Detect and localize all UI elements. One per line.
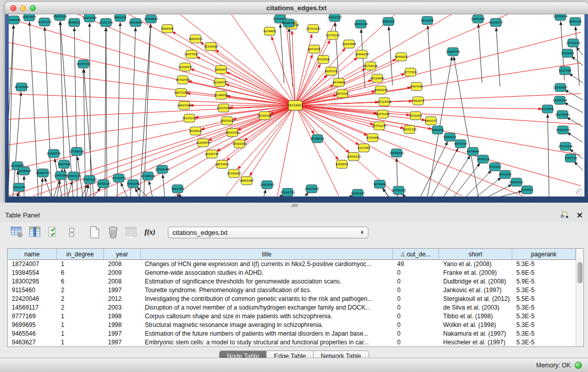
column-header-name[interactable]: name (8, 249, 57, 259)
table-cell-name[interactable]: 18300295 (8, 277, 57, 286)
network-node[interactable]: 9245656 (336, 160, 349, 168)
table-cell-in_degree[interactable]: 6 (57, 277, 104, 286)
table-cell-short[interactable]: de Silva et al. (2003) (439, 303, 512, 312)
table-cell-title[interactable]: Investigating the contribution of common… (141, 295, 393, 303)
function-builder-button[interactable]: f(x) (142, 225, 158, 239)
network-node[interactable]: 9474448 (333, 78, 345, 86)
table-cell-name[interactable]: 9115460 (8, 286, 57, 295)
network-node[interactable]: 6879197 (454, 140, 467, 148)
table-cell-name[interactable]: 19384554 (8, 269, 57, 277)
network-node[interactable]: 15976014 (553, 14, 568, 20)
table-cell-title[interactable]: Embryonic stem cells: a model to study s… (141, 338, 393, 347)
network-node[interactable]: 18049542 (389, 149, 404, 157)
network-node[interactable]: 7462676 (412, 97, 425, 105)
network-node[interactable]: 8958924 (395, 53, 408, 61)
table-select-dropdown[interactable]: citations_edges.txt ▲▼ (168, 227, 368, 238)
table-cell-year[interactable]: 2012 (104, 295, 141, 303)
network-node[interactable]: 16962507 (328, 14, 342, 21)
table-cell-title[interactable]: Corpus callosum shape and size in male p… (141, 312, 393, 321)
table-cell-in_degree[interactable]: 1 (57, 321, 104, 330)
network-node[interactable]: 17016504 (558, 142, 573, 150)
network-node[interactable]: 9806540 (161, 25, 174, 33)
network-node[interactable]: 10802651 (188, 35, 203, 43)
network-node[interactable]: 9861037 (425, 117, 438, 125)
table-cell-name[interactable]: 18724007 (8, 260, 57, 269)
table-cell-title[interactable]: Disruption of a novel member of a sodium… (141, 303, 393, 312)
network-node[interactable]: 9862906 (382, 17, 395, 26)
table-cell-pagerank[interactable]: 5.5E-5 (512, 295, 576, 303)
network-node[interactable]: 16291998 (225, 128, 239, 137)
import-table-button[interactable] (124, 225, 139, 239)
table-cell-year[interactable]: 2003 (104, 303, 141, 312)
network-node[interactable]: 16210648 (370, 74, 384, 82)
network-node[interactable]: 12506747 (205, 150, 219, 158)
table-cell-title[interactable]: Genome-wide association studies in ADHD. (141, 269, 393, 277)
network-node[interactable]: 10471506 (82, 14, 97, 22)
table-row[interactable]: 1938455462009Genome-wide association stu… (8, 269, 576, 277)
network-node[interactable]: 2631644 (409, 112, 422, 120)
table-row[interactable]: 977716911998Corpus callosum shape and si… (8, 312, 576, 321)
network-node[interactable]: 11156829 (17, 167, 31, 175)
network-node[interactable]: 9074494 (374, 180, 386, 188)
network-node[interactable]: 9862907 (215, 65, 228, 74)
table-row[interactable]: 969969511998Structural magnetic resonanc… (8, 321, 576, 330)
show-column-button[interactable] (28, 225, 43, 239)
table-cell-out_degree[interactable]: 0 (393, 303, 439, 312)
network-node[interactable]: 12477932 (184, 50, 199, 58)
table-cell-pagerank[interactable]: 5.6E-5 (512, 269, 576, 277)
table-cell-short[interactable]: Franke et al. (2009) (439, 269, 512, 277)
column-header-short[interactable]: short (439, 249, 512, 259)
canvas-resize-grip-icon[interactable] (576, 188, 583, 195)
table-cell-title[interactable]: Estimation of the future numbers of pati… (141, 330, 393, 338)
network-node[interactable]: 9462748 (171, 185, 184, 193)
network-node[interactable]: 15824729 (280, 188, 295, 196)
network-node[interactable]: 9097588 (58, 160, 71, 168)
table-cell-pagerank[interactable]: 5.3E-5 (512, 303, 576, 312)
network-node[interactable]: 11208937 (178, 63, 192, 71)
table-cell-year[interactable]: 1997 (104, 286, 141, 295)
network-node[interactable]: 11346918 (141, 172, 155, 180)
network-node[interactable]: 12871964 (174, 89, 188, 97)
table-cell-year[interactable]: 1998 (104, 312, 141, 321)
network-node[interactable]: 15751074 (566, 39, 580, 47)
create-column-button[interactable] (87, 225, 102, 239)
table-cell-name[interactable]: 9463627 (8, 338, 57, 347)
network-node[interactable]: 9245652 (521, 186, 534, 194)
network-node[interactable]: 2935114 (477, 155, 490, 163)
table-cell-pagerank[interactable]: 5.3E-5 (512, 321, 576, 330)
column-header-out_degree[interactable]: △out_de... (393, 249, 439, 259)
table-cell-in_degree[interactable]: 1 (57, 330, 104, 338)
table-cell-in_degree[interactable]: 1 (57, 260, 104, 269)
close-panel-icon[interactable]: ✕ (576, 211, 583, 219)
network-node[interactable]: 12815064 (216, 104, 231, 112)
network-node[interactable]: 10391208 (391, 186, 406, 194)
table-cell-short[interactable]: Wolkin et al. (1998) (439, 321, 512, 330)
network-node[interactable]: 12161756 (99, 18, 113, 27)
network-node[interactable]: 16155272 (182, 114, 197, 122)
network-window-titlebar[interactable]: citations_edges.txt (5, 2, 588, 14)
network-node[interactable]: 16958107 (96, 180, 111, 188)
table-cell-short[interactable]: Hescheler et al. (1997) (439, 338, 512, 347)
network-node[interactable]: 15053018 (53, 14, 67, 20)
network-node[interactable]: 12815063 (260, 181, 274, 189)
network-node[interactable]: 15342667 (227, 169, 241, 178)
table-cell-short[interactable]: Yano et al. (2008) (439, 260, 512, 269)
panel-splitter[interactable] (0, 203, 588, 208)
table-cell-pagerank[interactable]: 5.3E-5 (512, 338, 576, 347)
table-mode-button[interactable] (9, 225, 25, 239)
table-cell-out_degree[interactable]: 0 (393, 286, 439, 295)
network-node[interactable]: 9689128 (569, 17, 582, 26)
network-node[interactable]: 17016508 (377, 98, 391, 106)
table-cell-year[interactable]: 2008 (104, 277, 141, 286)
table-cell-out_degree[interactable]: 0 (393, 277, 439, 286)
network-node[interactable]: 20206576 (47, 149, 61, 158)
network-node[interactable]: 12623957 (22, 14, 36, 21)
network-node[interactable]: 16648784 (446, 48, 460, 56)
network-node[interactable]: 15751076 (372, 122, 386, 130)
network-node[interactable]: 10391209 (306, 25, 320, 33)
network-node[interactable]: 15344558 (310, 135, 324, 143)
table-cell-title[interactable]: Tourette syndrome. Phenomenology and cla… (141, 286, 393, 295)
network-node[interactable]: 10333979 (112, 174, 126, 182)
network-node[interactable]: 11675345 (376, 110, 390, 118)
network-node[interactable]: 16552725 (402, 125, 417, 134)
